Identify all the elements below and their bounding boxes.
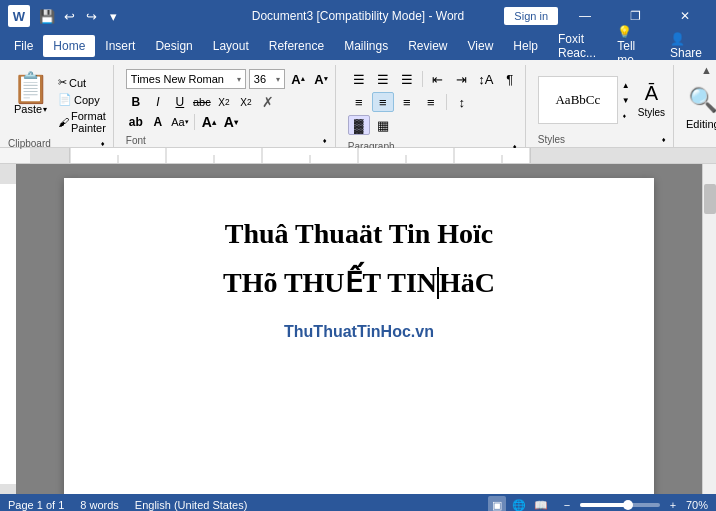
styles-expand-btn[interactable]: ⬧ [620, 109, 632, 122]
paste-label: Paste [14, 103, 42, 115]
status-bar: Page 1 of 1 8 words English (United Stat… [0, 494, 716, 511]
align-center-button[interactable]: ≡ [372, 92, 394, 112]
styles-pane-button[interactable]: Ā Styles [634, 80, 669, 120]
menu-mailings[interactable]: Mailings [334, 35, 398, 57]
ribbon-collapse-button[interactable]: ▲ [701, 64, 712, 76]
styles-gallery[interactable]: AaBbCc [538, 76, 618, 124]
align-right-button[interactable]: ≡ [396, 92, 418, 112]
sort-button[interactable]: ↕A [475, 69, 497, 89]
styles-icons: AaBbCc ▲ ▼ ⬧ Ā Styles [538, 69, 669, 131]
strikethrough-button[interactable]: abc [192, 92, 212, 112]
svg-rect-14 [0, 184, 16, 484]
font-name-value: Times New Roman [131, 73, 224, 85]
justify-button[interactable]: ≡ [420, 92, 442, 112]
zoom-in-btn[interactable]: + [664, 496, 682, 511]
multilevel-button[interactable]: ☰ [396, 69, 418, 89]
numbering-button[interactable]: ☰ [372, 69, 394, 89]
menu-share[interactable]: 👤 Share [660, 28, 712, 64]
zoom-fill [580, 503, 628, 507]
menu-view[interactable]: View [458, 35, 504, 57]
underline-button[interactable]: U [170, 92, 190, 112]
font-color-row: ab A Aa▾ A▴ A▾ [126, 112, 331, 132]
increase-indent-ribbon[interactable]: A▴ [199, 112, 219, 132]
web-layout-btn[interactable]: 🌐 [510, 496, 528, 511]
line-spacing-button[interactable]: ↕ [451, 92, 473, 112]
styles-label-footer: Styles [538, 134, 565, 145]
increase-font-button[interactable]: A▴ [288, 69, 308, 89]
font-name-arrow: ▾ [237, 75, 241, 84]
page-container: Thuâ Thuaät Tin Hoïc THõ THUẾT TIN HäC T… [16, 164, 702, 494]
font-name-dropdown[interactable]: Times New Roman ▾ [126, 69, 246, 89]
menu-design[interactable]: Design [145, 35, 202, 57]
language-indicator: English (United States) [135, 499, 248, 511]
customize-quick-btn[interactable]: ▾ [104, 7, 122, 25]
font-size-dropdown[interactable]: 36 ▾ [249, 69, 285, 89]
styles-scroll: ▲ ▼ ⬧ [620, 79, 632, 122]
window-title: Document3 [Compatibility Mode] - Word [252, 9, 465, 23]
menu-help[interactable]: Help [503, 35, 548, 57]
para-row1: ☰ ☰ ☰ ⇤ ⇥ ↕A ¶ [348, 69, 521, 89]
subscript-button[interactable]: X2 [214, 92, 234, 112]
menu-reference[interactable]: Reference [259, 35, 334, 57]
ruler-inner [30, 148, 716, 163]
font-name-row: Times New Roman ▾ 36 ▾ A▴ A▾ [126, 69, 331, 89]
menu-layout[interactable]: Layout [203, 35, 259, 57]
zoom-thumb[interactable] [623, 500, 633, 510]
cut-button[interactable]: ✂ Cut [55, 75, 109, 90]
print-layout-btn[interactable]: ▣ [488, 496, 506, 511]
superscript-button[interactable]: X2 [236, 92, 256, 112]
read-mode-btn[interactable]: 📖 [532, 496, 550, 511]
menu-review[interactable]: Review [398, 35, 457, 57]
zoom-out-btn[interactable]: − [558, 496, 576, 511]
menu-file[interactable]: File [4, 35, 43, 57]
menu-foxit[interactable]: Foxit Reac... [548, 28, 607, 64]
zoom-level: 70% [686, 499, 708, 511]
doc-line2: THõ THUẾT TIN HäC [124, 266, 594, 299]
editing-search-icon: 🔍 [688, 86, 716, 114]
show-hide-button[interactable]: ¶ [499, 69, 521, 89]
font-group: Times New Roman ▾ 36 ▾ A▴ A▾ B I U abc X… [122, 65, 336, 147]
scrollbar-thumb[interactable] [704, 184, 716, 214]
doc-line1: Thuâ Thuaät Tin Hoïc [124, 218, 594, 250]
copy-button[interactable]: 📄 Copy [55, 92, 109, 107]
save-quick-btn[interactable]: 💾 [38, 7, 56, 25]
undo-quick-btn[interactable]: ↩ [60, 7, 78, 25]
change-case-button[interactable]: Aa▾ [170, 112, 190, 132]
ribbon: 📋 Paste ▾ ✂ Cut 📄 Copy 🖌 Format Painter … [0, 60, 716, 148]
font-size-value: 36 [254, 73, 266, 85]
align-left-button[interactable]: ≡ [348, 92, 370, 112]
format-painter-button[interactable]: 🖌 Format Painter [55, 109, 109, 135]
scrollbar-vertical[interactable] [702, 164, 716, 494]
text-highlight-button[interactable]: ab [126, 112, 146, 132]
page-indicator: Page 1 of 1 [8, 499, 64, 511]
decrease-indent-button[interactable]: ⇤ [427, 69, 449, 89]
increase-indent-button[interactable]: ⇥ [451, 69, 473, 89]
styles-scroll-down[interactable]: ▼ [620, 94, 632, 107]
menu-home[interactable]: Home [43, 35, 95, 57]
menu-insert[interactable]: Insert [95, 35, 145, 57]
title-bar-left: W 💾 ↩ ↪ ▾ [8, 5, 122, 27]
clipboard-label: Clipboard [8, 138, 51, 149]
italic-button[interactable]: I [148, 92, 168, 112]
bullets-button[interactable]: ☰ [348, 69, 370, 89]
paste-button[interactable]: 📋 Paste ▾ [8, 69, 53, 119]
svg-rect-1 [70, 148, 530, 163]
font-expand[interactable]: ⬧ [319, 134, 331, 146]
sign-in-button[interactable]: Sign in [504, 7, 558, 25]
styles-group: AaBbCc ▲ ▼ ⬧ Ā Styles Styles ⬧ [534, 65, 674, 147]
status-right: ▣ 🌐 📖 − + 70% [488, 496, 708, 511]
decrease-indent-ribbon[interactable]: A▾ [221, 112, 241, 132]
bold-button[interactable]: B [126, 92, 146, 112]
borders-button[interactable]: ▦ [372, 115, 394, 135]
redo-quick-btn[interactable]: ↪ [82, 7, 100, 25]
zoom-slider[interactable] [580, 503, 660, 507]
clipboard-group: 📋 Paste ▾ ✂ Cut 📄 Copy 🖌 Format Painter … [4, 65, 114, 147]
styles-scroll-up[interactable]: ▲ [620, 79, 632, 92]
styles-expand[interactable]: ⬧ [657, 133, 669, 145]
document-page[interactable]: Thuâ Thuaät Tin Hoïc THõ THUẾT TIN HäC T… [64, 178, 654, 494]
para-row2: ≡ ≡ ≡ ≡ ↕ [348, 92, 521, 112]
clear-format-button[interactable]: ✗ [258, 92, 278, 112]
shading-button[interactable]: ▓ [348, 115, 370, 135]
font-color-button[interactable]: A [148, 112, 168, 132]
decrease-font-button[interactable]: A▾ [311, 69, 331, 89]
